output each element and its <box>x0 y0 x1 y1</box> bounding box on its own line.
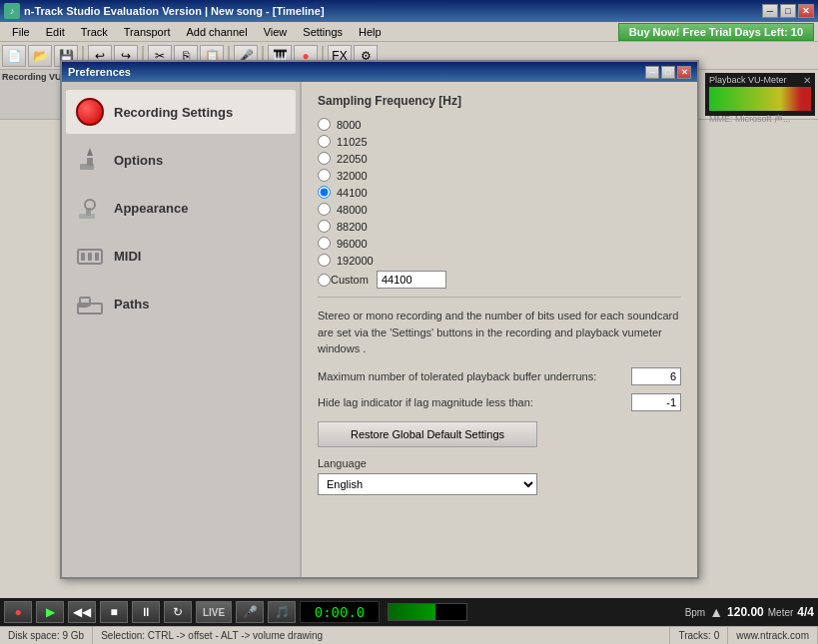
max-underruns-input[interactable] <box>631 367 681 385</box>
hide-lag-input[interactable] <box>631 393 681 411</box>
hide-lag-label: Hide lag indicator if lag magnitude less… <box>318 396 631 408</box>
freq-11025-label: 11025 <box>337 136 368 148</box>
record-button[interactable]: ● <box>4 601 32 623</box>
frequency-radio-group: 8000 11025 22050 32000 <box>318 118 681 289</box>
recording-vu-label: Recording VU <box>2 72 67 82</box>
pause-button[interactable]: ⏸ <box>132 601 160 623</box>
sidebar-item-recording-settings[interactable]: Recording Settings <box>66 90 296 134</box>
freq-192000-radio[interactable] <box>318 254 331 267</box>
dialog-restore-button[interactable]: □ <box>661 66 675 79</box>
dialog-title-bar: Preferences ─ □ ✕ <box>62 62 697 82</box>
mic-transport-button[interactable]: 🎤 <box>236 601 264 623</box>
svg-rect-1 <box>87 158 93 166</box>
sidebar-item-midi[interactable]: MIDI <box>66 234 296 278</box>
playback-vu-label: Playback VU-Meter <box>709 75 787 86</box>
options-icon <box>74 144 106 176</box>
meter-value: 4/4 <box>797 605 814 619</box>
menu-view[interactable]: View <box>256 24 296 40</box>
transport-bar: ● ▶ ◀◀ ■ ⏸ ↻ LIVE 🎤 🎵 0:00.0 Bpm ▲ 120.0… <box>0 598 818 626</box>
recording-settings-label: Recording Settings <box>114 105 233 120</box>
mme-playback-label: MME: Microsoft 声... <box>709 113 791 126</box>
live-button[interactable]: LIVE <box>196 601 232 623</box>
time-display: 0:00.0 <box>300 601 380 623</box>
menu-edit[interactable]: Edit <box>38 24 73 40</box>
status-bar: Disk space: 9 Gb Selection: CTRL -> offs… <box>0 626 818 644</box>
title-bar-text: n-Track Studio Evaluation Version | New … <box>24 5 762 17</box>
freq-8000[interactable]: 8000 <box>318 118 681 131</box>
dialog-close-button[interactable]: ✕ <box>677 66 691 79</box>
freq-22050[interactable]: 22050 <box>318 152 681 165</box>
freq-96000[interactable]: 96000 <box>318 237 681 250</box>
max-underruns-label: Maximum number of tolerated playback buf… <box>318 370 631 382</box>
sidebar-item-appearance[interactable]: Appearance <box>66 186 296 230</box>
freq-88200-radio[interactable] <box>318 220 331 233</box>
freq-custom-radio[interactable] <box>318 274 331 287</box>
options-label: Options <box>114 153 163 168</box>
divider-1 <box>318 297 681 298</box>
freq-192000-label: 192000 <box>337 255 374 267</box>
buy-now-button[interactable]: Buy Now! Free Trial Days Left: 10 <box>618 23 814 41</box>
freq-44100-radio[interactable] <box>318 186 331 199</box>
dialog-min-button[interactable]: ─ <box>645 66 659 79</box>
dialog-body: Recording Settings Options <box>62 82 697 577</box>
svg-rect-7 <box>81 253 85 261</box>
sidebar-item-options[interactable]: Options <box>66 138 296 182</box>
menu-transport[interactable]: Transport <box>116 24 179 40</box>
restore-defaults-button[interactable]: Restore Global Default Settings <box>318 421 537 447</box>
freq-48000[interactable]: 48000 <box>318 203 681 216</box>
freq-88200-label: 88200 <box>337 221 368 233</box>
maximize-button[interactable]: □ <box>780 4 796 18</box>
minimize-button[interactable]: ─ <box>762 4 778 18</box>
language-section: Language English French German Spanish I… <box>318 457 681 495</box>
stop-button[interactable]: ■ <box>100 601 128 623</box>
menu-settings[interactable]: Settings <box>295 24 351 40</box>
svg-marker-2 <box>87 148 93 156</box>
freq-44100[interactable]: 44100 <box>318 186 681 199</box>
rewind-button[interactable]: ◀◀ <box>68 601 96 623</box>
menu-track[interactable]: Track <box>73 24 116 40</box>
freq-192000[interactable]: 192000 <box>318 254 681 267</box>
play-button[interactable]: ▶ <box>36 601 64 623</box>
selection-text: Selection: CTRL -> offset - ALT -> volum… <box>101 630 323 641</box>
preferences-sidebar: Recording Settings Options <box>62 82 302 577</box>
preferences-dialog: Preferences ─ □ ✕ Recording Settings <box>60 60 699 579</box>
close-button[interactable]: ✕ <box>798 4 814 18</box>
midi-label: MIDI <box>114 249 141 264</box>
title-bar: ♪ n-Track Studio Evaluation Version | Ne… <box>0 0 818 22</box>
freq-32000-radio[interactable] <box>318 169 331 182</box>
freq-48000-radio[interactable] <box>318 203 331 216</box>
tracks-text: Tracks: 0 <box>678 630 719 641</box>
freq-32000[interactable]: 32000 <box>318 169 681 182</box>
freq-custom-input[interactable] <box>377 271 446 289</box>
selection-segment: Selection: CTRL -> offset - ALT -> volum… <box>93 627 670 644</box>
menu-bar: File Edit Track Transport Add channel Vi… <box>0 22 818 42</box>
menu-add-channel[interactable]: Add channel <box>178 24 255 40</box>
freq-22050-radio[interactable] <box>318 152 331 165</box>
new-button[interactable]: 📄 <box>2 45 26 67</box>
freq-11025-radio[interactable] <box>318 135 331 148</box>
freq-96000-label: 96000 <box>337 238 368 250</box>
freq-88200[interactable]: 88200 <box>318 220 681 233</box>
freq-11025[interactable]: 11025 <box>318 135 681 148</box>
playback-vu-meter: Playback VU-Meter ✕ MME: Microsoft 声... <box>705 73 815 116</box>
transport-progress-bar <box>389 604 435 620</box>
open-button[interactable]: 📂 <box>28 45 52 67</box>
menu-file[interactable]: File <box>4 24 38 40</box>
language-select[interactable]: English French German Spanish Italian <box>318 473 537 495</box>
watermark-segment: www.ntrack.com <box>728 627 818 644</box>
playback-vu-bar <box>709 87 811 111</box>
tracks-segment: Tracks: 0 <box>670 627 728 644</box>
freq-48000-label: 48000 <box>337 204 368 216</box>
info-text: Stereo or mono recording and the number … <box>318 308 681 357</box>
paths-icon <box>74 288 106 320</box>
language-label: Language <box>318 457 681 469</box>
loop-button[interactable]: ↻ <box>164 601 192 623</box>
menu-help[interactable]: Help <box>351 24 390 40</box>
freq-8000-radio[interactable] <box>318 118 331 131</box>
fx-transport-button[interactable]: 🎵 <box>268 601 296 623</box>
freq-96000-radio[interactable] <box>318 237 331 250</box>
bpm-value: 120.00 <box>727 605 764 619</box>
dialog-title-controls: ─ □ ✕ <box>645 66 691 79</box>
sidebar-item-paths[interactable]: Paths <box>66 282 296 325</box>
playback-vu-close[interactable]: ✕ <box>803 75 811 86</box>
